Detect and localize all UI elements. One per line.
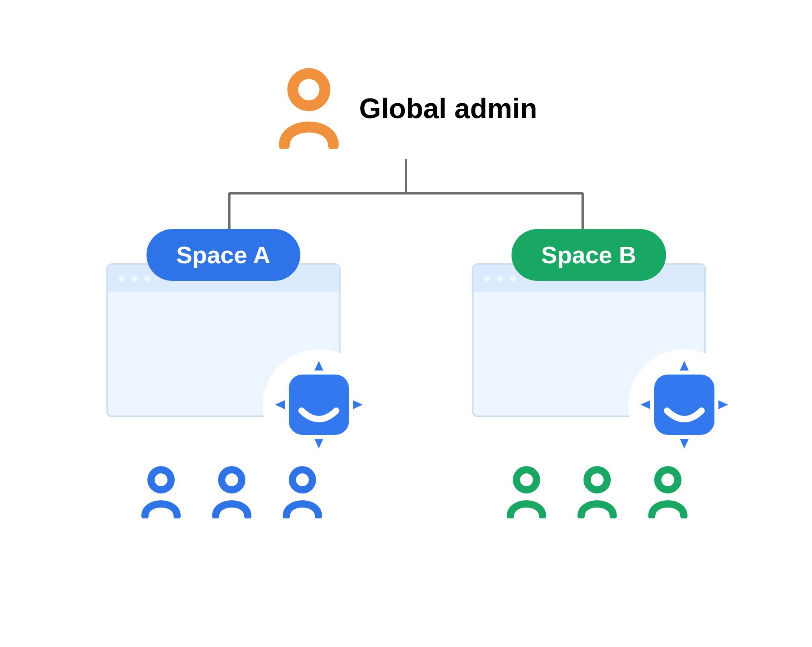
window-dot-icon — [118, 275, 125, 282]
hierarchy-connector — [0, 159, 812, 231]
svg-rect-17 — [654, 375, 714, 435]
user-icon — [210, 465, 254, 520]
space-a-column: Space A — [99, 229, 348, 520]
user-icon — [646, 465, 690, 520]
user-icon — [139, 465, 183, 520]
space-a-browser-card — [106, 263, 341, 417]
space-a-users-row — [139, 465, 324, 520]
global-admin-label: Global admin — [359, 92, 537, 125]
diagram-canvas: Global admin Space A — [0, 0, 812, 647]
svg-marker-16 — [718, 400, 728, 409]
space-b-browser-card — [472, 263, 706, 417]
svg-point-10 — [151, 470, 171, 490]
global-admin-row: Global admin — [0, 66, 812, 150]
svg-marker-8 — [353, 400, 363, 409]
user-icon — [504, 465, 549, 520]
window-dot-icon — [510, 275, 516, 282]
assistant-bot-icon — [273, 358, 365, 452]
window-dot-icon — [484, 275, 490, 282]
user-icon — [575, 465, 619, 520]
svg-point-11 — [222, 470, 242, 490]
space-b-pill: Space B — [512, 229, 666, 281]
window-dot-icon — [497, 275, 503, 282]
spaces-row: Space A — [0, 229, 812, 520]
svg-point-0 — [293, 74, 325, 106]
space-a-pill: Space A — [147, 229, 300, 281]
svg-point-18 — [516, 470, 537, 490]
svg-rect-9 — [289, 375, 349, 435]
window-dot-icon — [131, 275, 138, 282]
assistant-bot-icon — [638, 358, 730, 452]
space-b-label: Space B — [541, 242, 637, 268]
svg-marker-13 — [680, 361, 689, 371]
svg-marker-15 — [641, 400, 650, 409]
svg-marker-5 — [314, 361, 323, 371]
space-b-users-row — [504, 465, 690, 520]
svg-marker-6 — [314, 439, 323, 448]
space-b-column: Space B — [464, 229, 713, 520]
bot-avatar-circle — [263, 349, 375, 462]
bot-avatar-circle — [628, 349, 741, 462]
svg-point-20 — [658, 470, 678, 490]
admin-user-icon — [275, 66, 343, 150]
svg-marker-7 — [275, 400, 285, 409]
window-dot-icon — [144, 275, 151, 282]
space-a-label: Space A — [176, 242, 271, 268]
svg-point-19 — [587, 470, 607, 490]
user-icon — [280, 465, 324, 520]
svg-point-12 — [292, 470, 312, 490]
svg-marker-14 — [680, 439, 689, 448]
